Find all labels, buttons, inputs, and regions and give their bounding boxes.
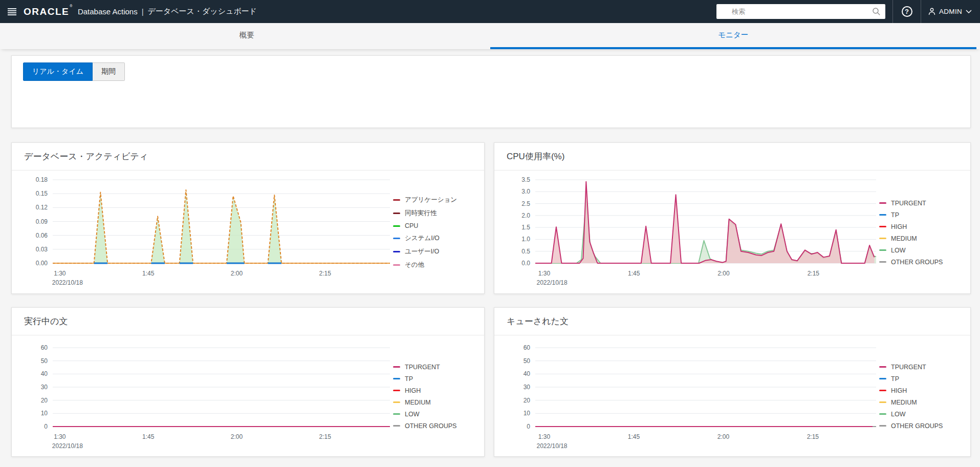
legend-swatch (393, 378, 400, 379)
legend-item: HIGH (393, 387, 481, 394)
legend-swatch (393, 390, 400, 391)
svg-text:1:45: 1:45 (142, 270, 155, 277)
svg-text:2022/10/18: 2022/10/18 (52, 279, 83, 286)
user-menu-button[interactable]: ADMIN (921, 0, 980, 23)
svg-text:1.0: 1.0 (521, 236, 530, 243)
svg-text:0.5: 0.5 (521, 248, 530, 255)
svg-text:1.5: 1.5 (521, 224, 530, 231)
product-name: Database Actions (78, 7, 138, 16)
legend-label: アプリケーション (405, 196, 457, 204)
svg-text:1:45: 1:45 (628, 270, 640, 277)
svg-text:3.0: 3.0 (521, 188, 530, 195)
legend-label: OTHER GROUPS (891, 259, 943, 266)
legend-swatch (393, 413, 400, 415)
svg-text:50: 50 (524, 357, 531, 365)
user-name: ADMIN (939, 8, 962, 15)
legend-swatch (393, 251, 400, 252)
svg-text:0.09: 0.09 (36, 218, 48, 225)
tab-monitor[interactable]: モニター (490, 23, 977, 49)
svg-text:2022/10/18: 2022/10/18 (537, 279, 568, 286)
search-input[interactable] (716, 4, 885, 19)
legend-item: TPURGENT (393, 364, 481, 371)
database-activity-card: データベース・アクティビティ 0.180.150.120.090.060.030… (11, 142, 485, 294)
legend-swatch (393, 225, 400, 227)
legend-label: その他 (405, 261, 424, 269)
legend-swatch (879, 226, 886, 227)
chart-legend: TPURGENTTPHIGHMEDIUMLOWOTHER GROUPS (879, 171, 970, 294)
legend-label: HIGH (405, 387, 421, 394)
legend-swatch (393, 238, 400, 239)
legend-swatch (879, 390, 886, 391)
legend-swatch (879, 413, 886, 415)
svg-text:2:00: 2:00 (231, 433, 243, 440)
svg-text:0: 0 (527, 423, 530, 430)
svg-text:2022/10/18: 2022/10/18 (536, 442, 567, 450)
chart-legend: アプリケーション同時実行性CPUシステムI/OユーザーI/Oその他 (393, 171, 484, 294)
hamburger-menu-icon[interactable] (0, 0, 24, 23)
chart-title: CPU使用率(%) (494, 143, 970, 171)
legend-item: LOW (879, 411, 967, 418)
search-icon (872, 7, 881, 16)
legend-swatch (879, 238, 886, 239)
svg-text:0.03: 0.03 (36, 246, 48, 253)
svg-text:1:30: 1:30 (54, 270, 66, 277)
legend-label: MEDIUM (405, 399, 431, 406)
legend-label: LOW (891, 411, 905, 418)
chart-legend: TPURGENTTPHIGHMEDIUMLOWOTHER GROUPS (879, 335, 970, 457)
search-box (716, 4, 885, 19)
legend-label: MEDIUM (891, 399, 917, 406)
svg-text:40: 40 (41, 370, 48, 377)
legend-swatch (879, 261, 886, 263)
legend-label: TP (891, 211, 899, 219)
legend-item: アプリケーション (393, 196, 481, 204)
help-button[interactable]: ? (893, 0, 921, 23)
legend-swatch (393, 199, 400, 201)
svg-text:0.18: 0.18 (36, 176, 48, 183)
tab-overview[interactable]: 概要 (4, 23, 490, 49)
svg-text:2:15: 2:15 (319, 433, 332, 440)
time-mode-panel: リアル・タイム 期間 (11, 55, 971, 128)
svg-text:0.00: 0.00 (36, 260, 48, 267)
svg-text:2.0: 2.0 (521, 212, 530, 219)
chart-title: データベース・アクティビティ (12, 143, 484, 171)
svg-text:2:15: 2:15 (319, 270, 332, 277)
legend-item: MEDIUM (879, 399, 967, 406)
svg-text:1:30: 1:30 (538, 270, 551, 277)
svg-text:20: 20 (41, 397, 48, 404)
svg-text:2:15: 2:15 (807, 433, 819, 440)
svg-text:10: 10 (41, 410, 48, 417)
svg-text:1:30: 1:30 (54, 433, 66, 440)
legend-item: LOW (879, 247, 967, 254)
period-button[interactable]: 期間 (93, 62, 125, 81)
legend-label: LOW (405, 411, 419, 418)
legend-item: OTHER GROUPS (879, 259, 967, 266)
legend-item: TP (879, 375, 967, 383)
legend-item: MEDIUM (879, 235, 967, 242)
legend-swatch (879, 366, 886, 368)
legend-item: HIGH (879, 223, 967, 230)
svg-text:50: 50 (41, 357, 48, 365)
chevron-down-icon (966, 10, 972, 13)
legend-item: OTHER GROUPS (393, 422, 481, 430)
chart-title: キューされた文 (494, 308, 970, 335)
running-statements-card: 実行中の文 60504030201001:302022/10/181:452:0… (11, 307, 485, 457)
oracle-logo: ORACLE® (24, 6, 73, 17)
svg-text:60: 60 (524, 344, 531, 351)
legend-item: TP (879, 211, 967, 219)
legend-swatch (879, 214, 886, 216)
legend-label: HIGH (891, 387, 907, 394)
legend-label: TPURGENT (405, 364, 440, 371)
svg-text:0.06: 0.06 (36, 232, 48, 239)
legend-item: 同時実行性 (393, 209, 481, 218)
legend-item: OTHER GROUPS (879, 422, 967, 430)
legend-label: TP (405, 375, 413, 383)
legend-item: TPURGENT (879, 364, 967, 371)
svg-text:0.15: 0.15 (36, 190, 48, 197)
legend-swatch (879, 249, 886, 251)
svg-text:0.0: 0.0 (521, 260, 530, 267)
svg-text:10: 10 (524, 410, 531, 417)
legend-label: システムI/O (405, 234, 440, 243)
legend-label: ユーザーI/O (405, 247, 439, 256)
svg-text:30: 30 (41, 384, 48, 391)
realtime-button[interactable]: リアル・タイム (23, 62, 93, 81)
